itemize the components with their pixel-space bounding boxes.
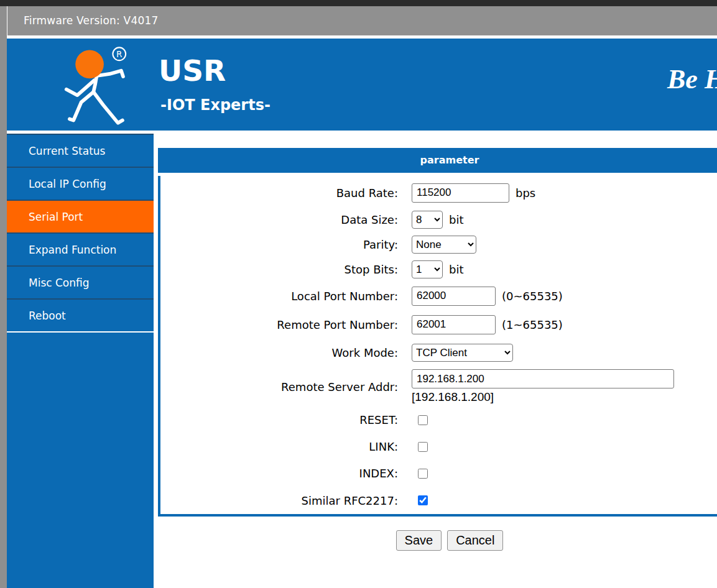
sidebar-item-reboot[interactable]: Reboot	[7, 300, 154, 333]
work-mode-row: Work Mode: TCP Client	[160, 339, 717, 367]
local-port-input[interactable]	[412, 287, 496, 306]
baud-rate-label: Baud Rate:	[160, 186, 412, 200]
rfc2217-row: Similar RFC2217:	[160, 487, 717, 514]
data-size-label: Data Size:	[160, 213, 412, 226]
sidebar-item-label: Misc Config	[29, 277, 90, 289]
index-row: INDEX:	[160, 460, 717, 487]
sidebar-item-label: Current Status	[29, 145, 105, 157]
logo-left-leg	[70, 92, 93, 121]
serial-port-panel: parameter Baud Rate: bps Data Size: 8 bi…	[158, 148, 717, 551]
work-mode-label: Work Mode:	[160, 346, 412, 359]
firmware-version-text: Firmware Version: V4017	[24, 14, 158, 27]
remote-server-row: Remote Server Addr: [192.168.1.200]	[160, 367, 717, 407]
brand-tagline: -IOT Experts-	[160, 96, 271, 114]
sidebar-item-misc-config[interactable]: Misc Config	[7, 267, 154, 300]
app-header: R USR -IOT Experts- Be H	[7, 39, 717, 131]
reset-row: RESET:	[160, 407, 717, 433]
parameter-form: Baud Rate: bps Data Size: 8 bit Parity: …	[158, 176, 717, 517]
data-size-row: Data Size: 8 bit	[160, 207, 717, 232]
brand-title: USR	[159, 55, 226, 87]
remote-port-row: Remote Port Number: (1~65535)	[160, 310, 717, 339]
sidebar-item-label: Reboot	[29, 310, 66, 322]
work-mode-select[interactable]: TCP Client	[412, 344, 513, 362]
sidebar-item-label: Local IP Config	[29, 178, 106, 190]
sidebar-item-label: Serial Port	[29, 211, 83, 223]
stop-bits-unit: bit	[449, 263, 463, 276]
panel-title: parameter	[158, 148, 717, 173]
remote-server-input[interactable]	[412, 369, 674, 388]
parity-select[interactable]: None	[412, 236, 476, 254]
logo-head	[75, 50, 104, 79]
remote-port-input[interactable]	[412, 315, 496, 334]
link-row: LINK:	[160, 433, 717, 460]
index-checkbox[interactable]	[418, 469, 428, 479]
index-label: INDEX:	[160, 467, 412, 480]
logo-torso	[93, 76, 96, 92]
remote-server-label: Remote Server Addr:	[160, 380, 412, 393]
stop-bits-label: Stop Bits:	[160, 263, 412, 276]
sidebar-item-current-status[interactable]: Current Status	[7, 134, 154, 168]
local-port-range-hint: (0~65535)	[502, 290, 563, 303]
page-left-edge	[0, 6, 7, 588]
registered-mark: R	[116, 49, 122, 59]
baud-rate-input[interactable]	[412, 183, 509, 203]
stop-bits-row: Stop Bits: 1 bit	[160, 257, 717, 282]
link-checkbox[interactable]	[418, 442, 428, 452]
rfc2217-label: Similar RFC2217:	[160, 494, 412, 507]
sidebar-item-expand-function[interactable]: Expand Function	[7, 234, 154, 267]
sidebar-item-local-ip-config[interactable]: Local IP Config	[7, 168, 154, 201]
remote-server-current-value: [192.168.1.200]	[412, 390, 674, 404]
save-button[interactable]: Save	[396, 530, 442, 551]
stop-bits-select[interactable]: 1	[412, 260, 443, 278]
remote-port-label: Remote Port Number:	[160, 318, 412, 331]
data-size-select[interactable]: 8	[412, 211, 443, 229]
baud-rate-row: Baud Rate: bps	[160, 178, 717, 207]
parity-label: Parity:	[160, 238, 412, 251]
data-size-unit: bit	[449, 213, 463, 226]
logo-right-leg	[93, 92, 123, 123]
link-label: LINK:	[160, 440, 412, 453]
parity-row: Parity: None	[160, 232, 717, 257]
form-actions: Save Cancel	[158, 530, 717, 551]
sidebar-item-label: Expand Function	[29, 244, 116, 256]
sidebar-nav: Current Status Local IP Config Serial Po…	[7, 134, 154, 588]
baud-rate-unit: bps	[516, 186, 535, 200]
sidebar-item-serial-port[interactable]: Serial Port	[7, 201, 154, 234]
firmware-version-bar: Firmware Version: V4017	[7, 6, 717, 35]
rfc2217-checkbox[interactable]	[418, 495, 428, 505]
reset-checkbox[interactable]	[418, 415, 428, 425]
reset-label: RESET:	[160, 413, 412, 426]
local-port-label: Local Port Number:	[160, 290, 412, 303]
window-top-strip	[0, 0, 717, 6]
local-port-row: Local Port Number: (0~65535)	[160, 282, 717, 310]
cancel-button[interactable]: Cancel	[447, 530, 503, 551]
remote-port-range-hint: (1~65535)	[502, 318, 563, 331]
brand-slogan: Be H	[667, 63, 717, 95]
usr-logo-icon: R	[62, 40, 132, 127]
